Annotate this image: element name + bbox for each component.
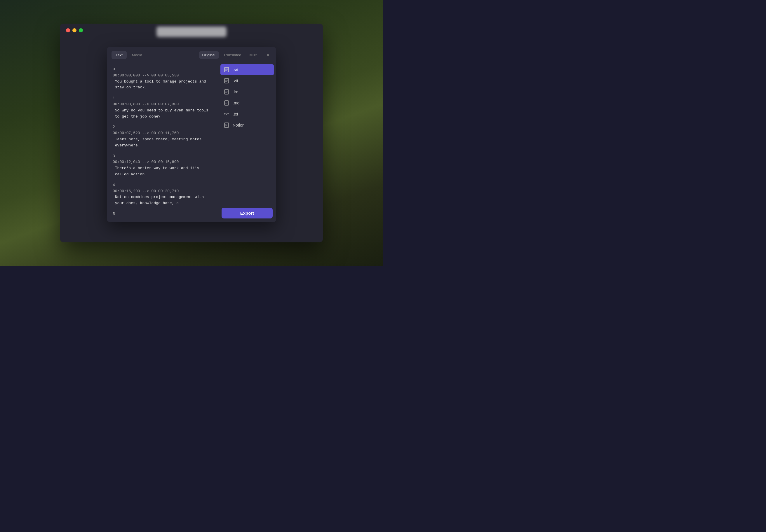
subtitle-text: Notion combines project management with … bbox=[113, 194, 212, 207]
subtitle-text: Tasks here, specs there, meeting notes e… bbox=[113, 137, 212, 149]
subtitle-index: 3 bbox=[113, 153, 212, 160]
subtitle-time: 00:00:16,200 --> 00:00:20,710 bbox=[113, 188, 212, 195]
format-srt-label: .srt bbox=[233, 67, 238, 72]
lrc-icon bbox=[223, 89, 230, 95]
tab-text[interactable]: Text bbox=[111, 51, 127, 59]
format-vtt-label: .vtt bbox=[233, 78, 238, 83]
subtitle-block-4: 4 00:00:16,200 --> 00:00:20,710 Notion c… bbox=[113, 182, 212, 207]
export-modal: Text Media Original Translated Multi × 0… bbox=[107, 47, 276, 222]
left-tab-group: Text Media bbox=[111, 51, 146, 59]
export-area: Export bbox=[218, 204, 276, 222]
search-bar-blurred bbox=[156, 27, 227, 37]
tab-media[interactable]: Media bbox=[128, 51, 146, 59]
subtitle-time: 00:00:07,520 --> 00:00:11,760 bbox=[113, 130, 212, 137]
subtitle-block-2: 2 00:00:07,520 --> 00:00:11,760 Tasks he… bbox=[113, 124, 212, 148]
modal-body: 0 00:00:00,000 --> 00:00:03,530 You boug… bbox=[107, 62, 276, 222]
app-window: Text Media Original Translated Multi × 0… bbox=[60, 24, 323, 242]
subtitle-content[interactable]: 0 00:00:00,000 --> 00:00:03,530 You boug… bbox=[107, 62, 218, 222]
subtitle-block-0: 0 00:00:00,000 --> 00:00:03,530 You boug… bbox=[113, 67, 212, 91]
export-button[interactable]: Export bbox=[222, 208, 273, 218]
format-md[interactable]: .md bbox=[221, 97, 274, 109]
format-sidebar: .srt .vtt bbox=[218, 62, 276, 222]
subtitle-block-3: 3 00:00:12,040 --> 00:00:15,890 There's … bbox=[113, 153, 212, 178]
format-lrc[interactable]: .lrc bbox=[221, 86, 274, 97]
subtitle-time: 00:00:03,800 --> 00:00:07,300 bbox=[113, 101, 212, 108]
md-icon bbox=[223, 100, 230, 106]
format-list: .srt .vtt bbox=[218, 62, 276, 204]
subtitle-index: 2 bbox=[113, 124, 212, 130]
subtitle-text: There's a better way to work and it's ca… bbox=[113, 165, 212, 178]
subtitle-index: 1 bbox=[113, 95, 212, 101]
txt-icon: TXT bbox=[223, 111, 230, 117]
notion-icon: N bbox=[223, 122, 230, 128]
subtitle-text: You bought a tool to manage projects and… bbox=[113, 79, 212, 91]
svg-text:N: N bbox=[225, 124, 227, 127]
fullscreen-button[interactable] bbox=[79, 28, 83, 32]
subtitle-time: 00:00:00,000 --> 00:00:03,530 bbox=[113, 73, 212, 79]
format-txt[interactable]: TXT .txt bbox=[221, 109, 274, 120]
subtitle-block-5: 5 bbox=[113, 211, 212, 217]
view-translated[interactable]: Translated bbox=[220, 51, 245, 59]
subtitle-time: 00:00:12,040 --> 00:00:15,890 bbox=[113, 159, 212, 165]
minimize-button[interactable] bbox=[72, 28, 76, 32]
right-tab-group: Original Translated Multi × bbox=[199, 51, 272, 59]
format-notion[interactable]: N Notion bbox=[221, 120, 274, 131]
modal-header: Text Media Original Translated Multi × bbox=[107, 47, 276, 62]
modal-close-button[interactable]: × bbox=[265, 52, 272, 59]
subtitle-index: 0 bbox=[113, 67, 212, 73]
view-original[interactable]: Original bbox=[199, 51, 219, 59]
close-button[interactable] bbox=[66, 28, 70, 32]
subtitle-block-1: 1 00:00:03,800 --> 00:00:07,300 So why d… bbox=[113, 95, 212, 120]
subtitle-index: 4 bbox=[113, 182, 212, 188]
title-bar bbox=[60, 24, 323, 36]
format-lrc-label: .lrc bbox=[233, 90, 238, 94]
subtitle-index: 5 bbox=[113, 211, 212, 217]
format-notion-label: Notion bbox=[233, 123, 244, 127]
format-txt-label: .txt bbox=[233, 112, 238, 116]
format-vtt[interactable]: .vtt bbox=[221, 75, 274, 86]
view-multi[interactable]: Multi bbox=[246, 51, 261, 59]
traffic-lights bbox=[66, 28, 83, 32]
subtitle-text: So why do you need to buy even more tool… bbox=[113, 108, 212, 120]
format-md-label: .md bbox=[233, 101, 240, 105]
vtt-icon bbox=[223, 78, 230, 84]
srt-icon bbox=[223, 67, 230, 73]
format-srt[interactable]: .srt bbox=[221, 64, 274, 75]
